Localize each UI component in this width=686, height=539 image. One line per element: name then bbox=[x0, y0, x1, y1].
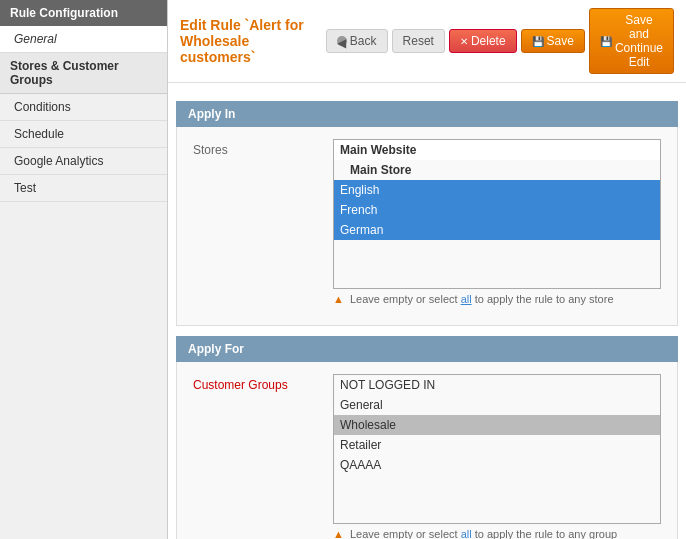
customer-groups-control: NOT LOGGED IN General Wholesale Retailer… bbox=[333, 374, 661, 539]
list-item[interactable]: Main Store bbox=[334, 160, 660, 180]
sidebar: Rule Configuration General Stores & Cust… bbox=[0, 0, 168, 539]
hint-icon: ▲ bbox=[333, 293, 344, 305]
list-item[interactable]: English bbox=[334, 180, 660, 200]
stores-label: Stores bbox=[193, 139, 333, 157]
customer-groups-hint: ▲ Leave empty or select all to apply the… bbox=[333, 528, 661, 539]
reset-button[interactable]: Reset bbox=[392, 29, 445, 53]
list-item[interactable]: German bbox=[334, 220, 660, 240]
back-button[interactable]: ◀ Back bbox=[326, 29, 388, 53]
content-wrap: Apply In Stores Main Website Main Store … bbox=[168, 83, 686, 539]
apply-in-form: Stores Main Website Main Store English F… bbox=[176, 127, 678, 326]
apply-for-form: Customer Groups NOT LOGGED IN General Wh… bbox=[176, 362, 678, 539]
list-item[interactable]: French bbox=[334, 200, 660, 220]
list-item[interactable]: General bbox=[334, 395, 660, 415]
list-item[interactable] bbox=[334, 240, 660, 260]
delete-icon: ✕ bbox=[460, 36, 468, 47]
save-button[interactable]: 💾 Save bbox=[521, 29, 585, 53]
apply-in-section-header: Apply In bbox=[176, 101, 678, 127]
customer-groups-label: Customer Groups bbox=[193, 374, 333, 392]
sidebar-item-test[interactable]: Test bbox=[0, 175, 167, 202]
list-item[interactable]: NOT LOGGED IN bbox=[334, 375, 660, 395]
sidebar-item-schedule[interactable]: Schedule bbox=[0, 121, 167, 148]
stores-control: Main Website Main Store English French G… bbox=[333, 139, 661, 305]
list-item[interactable]: Wholesale bbox=[334, 415, 660, 435]
sidebar-title: Rule Configuration bbox=[0, 0, 167, 26]
sidebar-item-google-analytics[interactable]: Google Analytics bbox=[0, 148, 167, 175]
hint-icon: ▲ bbox=[333, 528, 344, 539]
apply-for-section-header: Apply For bbox=[176, 336, 678, 362]
sidebar-item-conditions[interactable]: Conditions bbox=[0, 94, 167, 121]
list-item[interactable] bbox=[334, 260, 660, 280]
sidebar-section-stores-customer-groups[interactable]: Stores & Customer Groups bbox=[0, 53, 167, 94]
save-continue-button[interactable]: 💾 Save and Continue Edit bbox=[589, 8, 674, 74]
stores-hint: ▲ Leave empty or select all to apply the… bbox=[333, 293, 661, 305]
sidebar-item-general[interactable]: General bbox=[0, 26, 167, 53]
back-icon: ◀ bbox=[337, 36, 347, 46]
save-continue-icon: 💾 bbox=[600, 36, 612, 47]
list-item[interactable] bbox=[334, 475, 660, 495]
toolbar: ◀ Back Reset ✕ Delete 💾 Save 💾 Save and … bbox=[326, 8, 674, 74]
stores-listbox[interactable]: Main Website Main Store English French G… bbox=[333, 139, 661, 289]
header-bar: Edit Rule `Alert for Wholesale customers… bbox=[168, 0, 686, 83]
customer-groups-listbox[interactable]: NOT LOGGED IN General Wholesale Retailer… bbox=[333, 374, 661, 524]
main-content: Edit Rule `Alert for Wholesale customers… bbox=[168, 0, 686, 539]
stores-all-link[interactable]: all bbox=[461, 293, 472, 305]
save-icon: 💾 bbox=[532, 36, 544, 47]
list-item[interactable]: Main Website bbox=[334, 140, 660, 160]
list-item[interactable] bbox=[334, 495, 660, 515]
groups-all-link[interactable]: all bbox=[461, 528, 472, 539]
stores-row: Stores Main Website Main Store English F… bbox=[193, 139, 661, 305]
list-item[interactable]: Retailer bbox=[334, 435, 660, 455]
delete-button[interactable]: ✕ Delete bbox=[449, 29, 517, 53]
page-title: Edit Rule `Alert for Wholesale customers… bbox=[180, 17, 326, 65]
customer-groups-row: Customer Groups NOT LOGGED IN General Wh… bbox=[193, 374, 661, 539]
list-item[interactable]: QAAAA bbox=[334, 455, 660, 475]
